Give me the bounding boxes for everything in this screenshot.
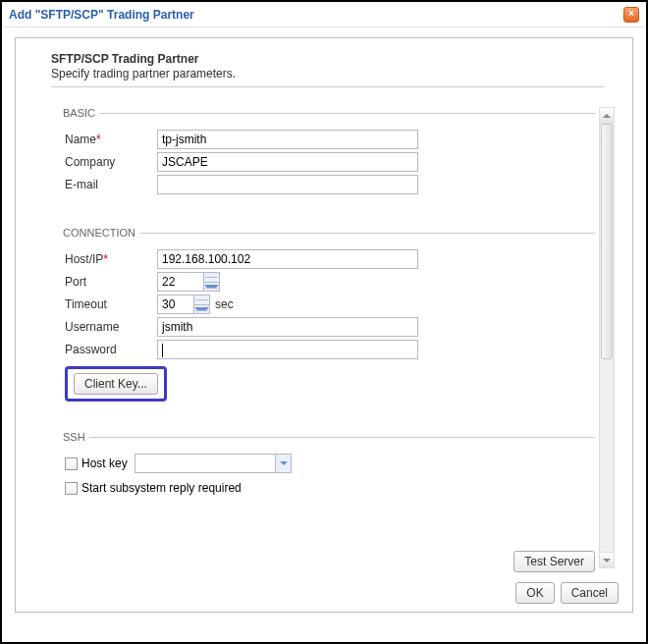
group-ssh-legend: SSH	[63, 431, 89, 443]
port-input[interactable]	[158, 273, 203, 291]
scroll-thumb[interactable]	[601, 124, 613, 359]
hostkey-combo-text	[135, 455, 275, 472]
timeout-unit: sec	[215, 297, 234, 311]
subsystem-checkbox[interactable]	[65, 482, 78, 495]
group-basic-legend: BASIC	[63, 107, 99, 119]
scroll-track[interactable]	[600, 124, 614, 552]
username-label: Username	[65, 320, 157, 334]
client-key-highlight: Client Key...	[65, 366, 167, 402]
timeout-spinner-down-icon[interactable]	[194, 305, 209, 314]
timeout-input[interactable]	[158, 295, 193, 313]
timeout-spinner[interactable]	[157, 295, 210, 314]
ok-button[interactable]: OK	[515, 582, 554, 604]
name-label: Name*	[65, 133, 157, 146]
group-ssh: SSH Host key Start subsystem reply requ	[63, 431, 595, 511]
port-label: Port	[65, 275, 157, 289]
dialog-title: Add "SFTP/SCP" Trading Partner	[9, 8, 194, 22]
client-key-button[interactable]: Client Key...	[74, 373, 158, 395]
host-input[interactable]	[157, 249, 418, 269]
password-label: Password	[65, 343, 157, 356]
hostkey-combo[interactable]	[135, 454, 292, 473]
email-label: E-mail	[65, 178, 157, 191]
port-spinner-up-icon[interactable]	[204, 273, 219, 283]
username-input[interactable]	[157, 317, 418, 337]
title-bar: Add "SFTP/SCP" Trading Partner ×	[3, 3, 645, 27]
name-input[interactable]	[157, 130, 418, 149]
timeout-label: Timeout	[65, 297, 157, 311]
hostkey-label: Host key	[81, 456, 135, 470]
group-connection-legend: CONNECTION	[63, 227, 139, 239]
password-input[interactable]	[157, 340, 418, 359]
company-label: Company	[65, 155, 157, 169]
group-connection: CONNECTION Host/IP* Port	[63, 227, 595, 415]
close-icon[interactable]: ×	[623, 7, 639, 23]
group-basic: BASIC Name* Company E-mail	[63, 107, 595, 211]
dialog-window: Add "SFTP/SCP" Trading Partner × SFTP/SC…	[2, 2, 646, 642]
host-label: Host/IP*	[65, 252, 157, 266]
scroll-up-icon[interactable]	[600, 108, 614, 124]
cancel-button[interactable]: Cancel	[561, 582, 619, 604]
email-input[interactable]	[157, 175, 418, 194]
port-spinner[interactable]	[157, 272, 220, 292]
port-spinner-down-icon[interactable]	[204, 283, 219, 292]
page-subtitle: Specify trading partner parameters.	[51, 67, 605, 87]
test-server-button[interactable]: Test Server	[513, 551, 595, 572]
hostkey-checkbox[interactable]	[65, 457, 78, 470]
company-input[interactable]	[157, 152, 418, 172]
timeout-spinner-up-icon[interactable]	[194, 295, 209, 305]
vertical-scrollbar[interactable]	[599, 107, 615, 568]
page-title: SFTP/SCP Trading Partner	[51, 52, 605, 66]
scroll-down-icon[interactable]	[600, 552, 614, 567]
body-frame: SFTP/SCP Trading Partner Specify trading…	[15, 37, 633, 613]
chevron-down-icon[interactable]	[275, 455, 291, 472]
subsystem-label: Start subsystem reply required	[81, 481, 242, 495]
